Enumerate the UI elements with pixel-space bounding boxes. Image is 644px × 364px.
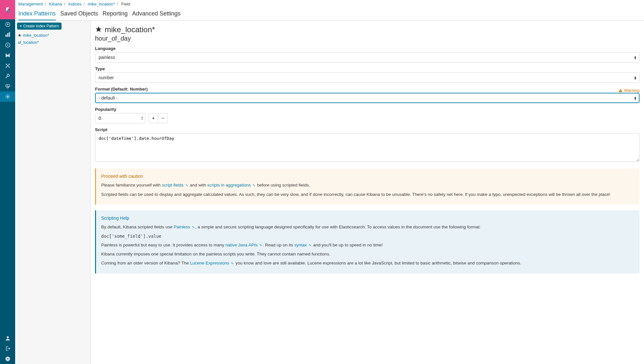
link-java-apis[interactable]: native Java APIs [226, 243, 263, 247]
external-link-icon [191, 224, 195, 231]
help-text: Painless is powerful but easy to use. It… [101, 243, 226, 247]
svg-rect-21 [620, 91, 620, 91]
caution-text: Please familiarize yourself with [101, 183, 162, 187]
popularity-group: Popularity ▲▼ + − [95, 107, 639, 123]
external-link-icon [308, 242, 312, 249]
link-script-fields[interactable]: script fields [162, 183, 188, 187]
nav-monitoring[interactable] [0, 81, 15, 91]
field-name: hour_of_day [95, 35, 639, 42]
help-text: By default, Kibana scripted fields use [101, 225, 174, 229]
help-paragraph: Kibana currently imposes one special lim… [101, 251, 634, 257]
external-link-icon [185, 182, 189, 189]
format-label: Format (Default: Number) [95, 87, 148, 91]
nav-management[interactable] [0, 91, 15, 102]
link-scripts-aggregations[interactable]: scripts in aggregations [207, 183, 256, 187]
star-icon: ★ [18, 33, 22, 38]
help-title: Scripting Help [101, 215, 634, 221]
svg-marker-3 [7, 23, 8, 25]
nav-devtools[interactable] [0, 71, 15, 81]
svg-point-15 [7, 96, 8, 98]
help-callout: Scripting Help By default, Kibana script… [95, 210, 639, 273]
link-lucene[interactable]: Lucene Expressions [190, 261, 234, 265]
nav-timelion[interactable] [0, 50, 15, 61]
kibana-logo[interactable] [0, 0, 15, 19]
global-sidebar [0, 0, 15, 364]
crumb-field: Field [121, 2, 130, 6]
type-label: Type [95, 66, 639, 71]
caution-text: before using scripted fields. [257, 183, 310, 187]
help-text: , a simple and secure scripting language… [195, 225, 481, 229]
crumb-management[interactable]: Management [18, 2, 43, 6]
index-pattern-list: ★ mike_location* af_location* [17, 32, 88, 46]
svg-rect-6 [9, 33, 10, 37]
popularity-increment-button[interactable]: + [149, 113, 158, 123]
tab-reporting[interactable]: Reporting [102, 8, 128, 20]
warning-icon [618, 88, 623, 93]
svg-point-16 [7, 336, 9, 338]
star-icon [95, 26, 102, 34]
type-select[interactable]: number [95, 72, 639, 83]
svg-rect-20 [620, 90, 620, 91]
external-link-icon [259, 242, 263, 249]
plus-icon: + [20, 24, 22, 28]
format-warning-text: Warning [624, 88, 639, 93]
nav-discover[interactable] [0, 19, 15, 30]
caution-title: Proceed with caution [101, 173, 634, 179]
format-group: Format (Default: Number) Warning - defau… [95, 87, 639, 103]
popularity-label: Popularity [95, 107, 639, 112]
external-link-icon [230, 260, 234, 267]
popularity-input[interactable] [95, 113, 145, 123]
nav-visualize[interactable] [0, 30, 15, 40]
help-text: . Read up on its [263, 243, 294, 247]
index-pattern-label: af_location* [18, 40, 39, 45]
nav-logout[interactable] [0, 343, 15, 354]
script-label: Script [95, 127, 639, 132]
format-warning-badge[interactable]: Warning [618, 88, 639, 93]
create-index-pattern-label: Create Index Pattern [23, 24, 59, 28]
nav-ml[interactable] [0, 61, 15, 71]
svg-marker-19 [96, 26, 101, 32]
nav-dashboard[interactable] [0, 40, 15, 50]
svg-rect-4 [5, 35, 6, 37]
type-group: Type number ▲▼ [95, 66, 639, 83]
script-group: Script doc['dateTime'].date.hourOfDay [95, 127, 639, 163]
language-group: Language painless ▲▼ [95, 46, 639, 62]
svg-point-8 [7, 45, 8, 46]
script-textarea[interactable]: doc['dateTime'].date.hourOfDay [95, 133, 639, 162]
caution-paragraph: Scripted fields can be used to display a… [101, 191, 634, 198]
crumb-kibana[interactable]: Kibana [49, 2, 62, 6]
crumb-indices[interactable]: Indices [68, 2, 82, 6]
popularity-stepper-buttons: + − [149, 113, 168, 123]
help-text: and you'll be up to speed in no time! [312, 243, 382, 247]
svg-rect-5 [7, 34, 8, 37]
create-index-pattern-button[interactable]: + Create Index Pattern [17, 23, 62, 30]
caution-callout: Proceed with caution Please familiarize … [95, 168, 639, 205]
nav-account[interactable] [0, 333, 15, 343]
index-pattern-item[interactable]: af_location* [17, 39, 88, 46]
pattern-title: mike_location* [105, 25, 155, 34]
format-select[interactable]: - default - [95, 93, 639, 103]
tab-index-patterns[interactable]: Index Patterns [18, 8, 56, 20]
help-text: Coming from an older version of Kibana? … [101, 261, 190, 265]
tab-bar: Index Patterns Saved Objects Reporting A… [15, 8, 644, 21]
tab-saved-objects[interactable]: Saved Objects [60, 8, 98, 20]
popularity-decrement-button[interactable]: − [158, 113, 168, 123]
pattern-sidebar: + Create Index Pattern ★ mike_location* … [15, 21, 91, 364]
breadcrumbs: Management/ Kibana/ Indices/ mike_locati… [15, 0, 644, 6]
nav-collapse[interactable] [0, 354, 15, 364]
stepper-icon: ▲▼ [141, 116, 143, 120]
crumb-pattern[interactable]: mike_location* [88, 2, 115, 6]
tab-advanced-settings[interactable]: Advanced Settings [132, 8, 180, 20]
link-syntax[interactable]: syntax [294, 243, 312, 247]
language-label: Language [95, 46, 639, 51]
main-area: Management/ Kibana/ Indices/ mike_locati… [15, 0, 644, 364]
link-painless[interactable]: Painless [174, 225, 195, 229]
external-link-icon [252, 182, 256, 189]
language-select[interactable]: painless [95, 52, 639, 62]
index-pattern-item[interactable]: ★ mike_location* [17, 32, 88, 39]
svg-rect-9 [7, 55, 9, 57]
help-text: you know and love are still available. L… [234, 261, 521, 265]
index-pattern-label: mike_location* [23, 33, 49, 38]
help-code-sample: doc['some_field'].value [101, 234, 161, 239]
caution-text: and with [190, 183, 207, 187]
